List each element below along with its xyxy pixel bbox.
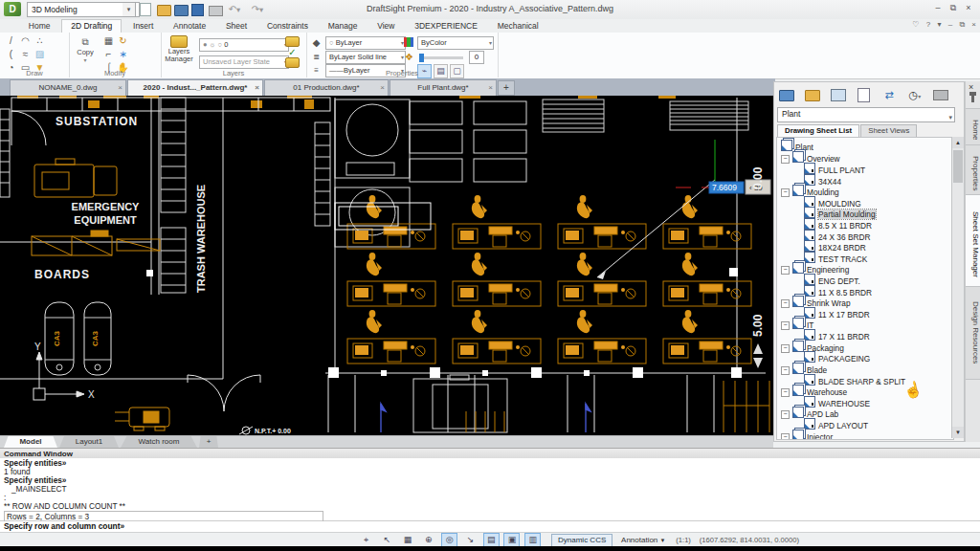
arc-tool-icon[interactable]: ( [4,48,18,61]
annotation-scale-dropdown[interactable]: Annotation ▼ [621,536,665,544]
tree-item[interactable]: TEST TRACK [804,252,867,262]
tree-item[interactable]: −Engineering [781,262,849,273]
tree-item[interactable]: −Shrink Wrap [781,296,851,306]
open-sheet-set-icon[interactable] [776,85,797,104]
collapse-icon[interactable]: − [781,266,790,275]
tab-model[interactable]: Model [4,436,57,448]
entity-snap-icon[interactable]: ⌖ [358,533,374,547]
color-mode-combo[interactable]: ByColor▾ [417,36,494,50]
layer-display-combo[interactable]: ● ☼ ○ 0▾ [199,38,289,52]
layer-state-combo[interactable]: Unsaved Layer State▾ [199,55,289,69]
feedback-icon[interactable]: ♡ [912,20,919,29]
tree-item[interactable]: PACKAGEING [804,351,870,362]
rotate-tool-icon[interactable]: ↻ [116,34,130,48]
scroll-up-icon[interactable]: ▲ [952,137,964,148]
command-window-header[interactable]: Command Window [0,448,980,458]
tab-drawing-sheet-list[interactable]: Drawing Sheet List [777,124,859,137]
layer-previous-icon[interactable] [285,57,300,68]
doc-tab-pattern[interactable]: 2020 - Indust..._Pattern.dwg*× [127,79,263,97]
tab-annotate[interactable]: Annotate [165,20,214,33]
tab-home[interactable]: Home [20,20,59,33]
command-prompt[interactable]: Specify row and column count» [0,521,980,532]
doc-minimize-button[interactable]: – [948,20,952,29]
ortho-icon[interactable]: ⊕ [420,533,436,547]
new-tab-button[interactable]: + [498,80,515,96]
tree-item-selected[interactable]: Partial Moulding [804,207,876,217]
dynamic-ccs-button[interactable]: Dynamic CCS [551,534,612,547]
annotation-monitor-icon[interactable]: ▥ [524,533,541,547]
tree-item[interactable]: −IT [781,318,813,328]
close-tab-icon[interactable]: × [118,80,122,95]
tree-item[interactable]: −APD Lab [781,407,838,417]
image-view-icon[interactable] [828,85,849,104]
tree-item[interactable]: FULL PLANT [804,163,865,173]
collapse-icon[interactable]: − [781,344,790,353]
doc-tab-full-plant[interactable]: Full Plant.dwg*× [390,79,497,97]
layer-new-icon[interactable] [285,36,300,47]
side-tab-sheet-set-manager[interactable]: Sheet Set Manager [966,194,980,294]
collapse-icon[interactable]: − [781,321,790,330]
doc-tab-production[interactable]: 01 Production.dwg*× [264,79,389,97]
tree-item[interactable]: BLADE SHARP & SPLIT [804,374,905,385]
dynamic-input-icon[interactable]: ▣ [503,533,520,547]
tree-item[interactable]: WAREHOUSE [804,396,870,407]
close-tab-icon[interactable]: × [488,80,493,95]
preview-icon[interactable] [853,85,874,104]
tree-scrollbar[interactable]: ▲ ▼ [951,137,964,438]
drawing-canvas[interactable]: CA3 CA3 [0,96,773,435]
tab-manage[interactable]: Manage [320,20,367,33]
collapse-icon[interactable]: − [781,299,790,308]
point-tool-icon[interactable]: ∴ [33,34,47,48]
line-pattern-combo[interactable]: ByLayer Solid line▾ [325,51,406,64]
entity-track-icon[interactable]: ↘ [462,533,479,547]
new-sheet-set-icon[interactable] [802,85,823,104]
line-tool-icon[interactable]: / [4,34,18,48]
collapse-icon[interactable]: − [781,388,790,397]
tree-item[interactable]: −Overview [781,151,840,162]
scroll-down-icon[interactable]: ▼ [952,427,964,438]
side-tab-design-resources[interactable]: Design Resources [966,286,980,380]
minimize-button[interactable]: – [930,2,946,14]
tree-item[interactable]: 11 X 8.5 BRDR [804,285,872,296]
pattern-tool-icon[interactable]: ▦ [101,34,116,48]
collapse-icon[interactable]: − [781,410,790,419]
layer-confirm-icon[interactable]: ✓ [285,47,300,57]
tree-item[interactable]: 24 X 36 BRDR [804,230,870,240]
close-button[interactable]: × [961,2,976,14]
polyline-tool-icon[interactable]: ◠ [18,34,33,48]
tab-view[interactable]: View [368,20,403,33]
line-color-combo[interactable]: ○ ByLayer▾ [325,36,406,50]
lineweight-icon[interactable]: ▤ [483,533,500,547]
transparency-slider[interactable] [419,56,463,59]
copy-button[interactable]: ⧉ Copy▾ [73,35,98,64]
tab-sheet-views[interactable]: Sheet Views [860,124,917,137]
tab-watch-room[interactable]: Watch room [121,436,197,448]
doc-tab-noname[interactable]: NONAME_0.dwg× [10,79,126,97]
add-layout-button[interactable]: + [199,436,218,448]
collapse-icon[interactable]: − [781,188,790,197]
tab-insert[interactable]: Insert [124,20,162,33]
tree-item[interactable]: 11 X 17 BRDR [804,307,870,318]
dynamic-distance-field[interactable]: 7.6609 [712,183,737,192]
print-icon[interactable] [930,85,951,104]
tree-item[interactable]: −Packaging [781,341,844,351]
scroll-thumb[interactable] [953,150,963,183]
panel-close-icon[interactable]: × [969,82,973,92]
tab-mechanical[interactable]: Mechanical [489,20,547,33]
close-tab-icon[interactable]: × [380,80,385,95]
tree-item[interactable]: −Warehouse [781,385,847,395]
command-history[interactable]: Specify entities» 1 found Specify entiti… [0,458,980,521]
collapse-icon[interactable]: − [781,366,790,375]
tree-item[interactable]: 8.5 X 11 BRDR [804,218,872,229]
doc-close-button[interactable]: × [971,20,976,29]
mirror-tool-icon[interactable]: ⌐ [101,48,116,61]
help-icon[interactable]: ? [926,20,930,29]
tree-item[interactable]: APD LAYOUT [804,418,868,429]
help-caret-icon[interactable]: ▾ [937,20,941,29]
hatch-tool-icon[interactable]: ▨ [33,48,47,61]
spline-tool-icon[interactable]: ≈ [18,48,33,61]
collapse-icon[interactable]: − [781,155,790,164]
tree-item[interactable]: 18X24 BRDR [804,240,866,251]
tree-item[interactable]: ENG DEPT. [804,274,860,284]
tab-2d-drafting[interactable]: 2D Drafting [61,19,122,33]
